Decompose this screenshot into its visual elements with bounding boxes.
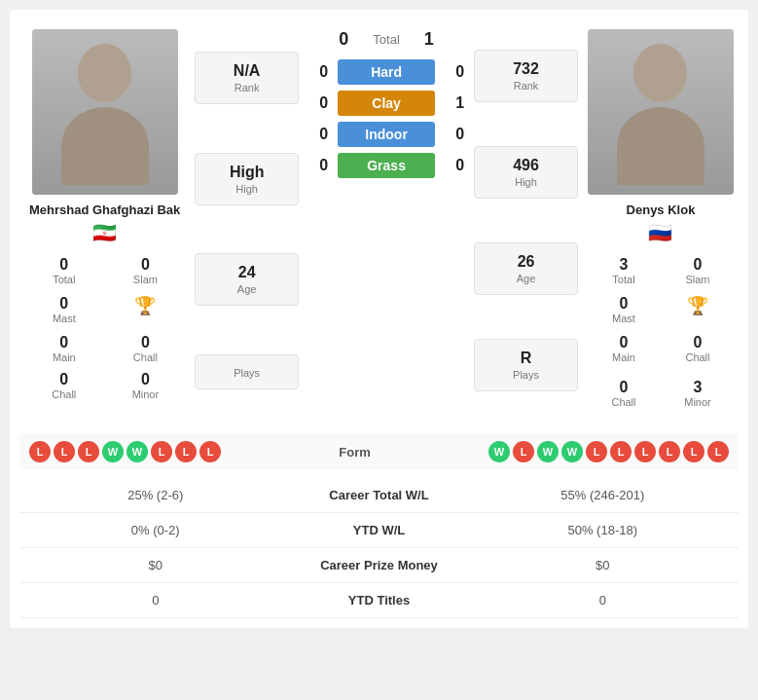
grass-left-num: 0 (308, 157, 328, 174)
center-court-stats: 0 Total 1 0 Hard 0 0 Clay 1 0 Indoor 0 0 (304, 19, 469, 422)
clay-left-num: 0 (308, 94, 328, 112)
left-high-label: High (235, 183, 258, 195)
left-high-box: High High (195, 153, 299, 205)
indoor-left-num: 0 (308, 126, 328, 143)
grass-button[interactable]: Grass (338, 153, 435, 178)
left-player-stats-grid2: 0 Chall 0 Minor (24, 367, 185, 404)
left-main-value: 0 (59, 334, 68, 351)
stats-row-right: 55% (246-201) (467, 488, 740, 502)
stats-row-center: Career Total W/L (292, 488, 467, 502)
left-chall2-label: Chall (52, 388, 76, 400)
right-player-stats-grid: 3 Total 0 Slam 0 Mast 🏆 0 Main (588, 252, 734, 367)
right-trophy-icon: 🏆 (687, 295, 708, 316)
top-section: Mehrshad Ghafghazi Bak 🇮🇷 0 Total 0 Slam… (19, 19, 739, 422)
form-badge: W (488, 441, 510, 462)
form-badge: W (537, 441, 559, 462)
right-avatar-head (633, 44, 687, 102)
form-badge: L (513, 441, 534, 462)
hard-row: 0 Hard 0 (308, 59, 464, 85)
form-badge: W (102, 441, 124, 462)
form-badge: L (586, 441, 607, 462)
right-trophy-icon-cell: 🏆 (662, 291, 734, 328)
right-main-value: 0 (620, 334, 629, 351)
left-player-stats-grid: 0 Total 0 Slam 0 Mast 🏆 0 Main (24, 252, 185, 367)
indoor-button[interactable]: Indoor (338, 122, 435, 147)
right-chall2-label: Chall (611, 396, 635, 408)
stats-row: 0 YTD Titles 0 (19, 583, 739, 618)
right-form-badges: WLWWLLLLLL (488, 441, 729, 462)
stats-bottom: 25% (2-6) Career Total W/L 55% (246-201)… (19, 478, 739, 618)
hard-right-num: 0 (445, 63, 464, 81)
form-badge: L (199, 441, 221, 462)
left-chall2-value: 0 (59, 371, 68, 388)
right-total-label: Total (612, 274, 634, 285)
right-chall-value: 0 (694, 334, 703, 351)
form-badge: L (634, 441, 656, 462)
stats-row-right: $0 (467, 558, 740, 572)
form-badge: L (610, 441, 632, 462)
right-rank-label: Rank (514, 80, 539, 92)
form-badge: L (78, 441, 99, 462)
left-stat-chall2: 0 Chall (24, 367, 104, 404)
right-high-label: High (515, 176, 537, 188)
left-minor2-value: 0 (141, 371, 150, 388)
right-avatar-body (617, 107, 704, 185)
right-slam-value: 0 (694, 256, 703, 274)
left-trophy-icon: 🏆 (134, 295, 156, 316)
right-main-label: Main (612, 351, 635, 363)
grass-right-num: 0 (445, 157, 464, 174)
stats-row: $0 Career Prize Money $0 (19, 548, 739, 583)
stats-row-left: 25% (2-6) (19, 488, 292, 502)
left-total-value: 0 (59, 256, 68, 274)
right-slam-label: Slam (685, 274, 709, 285)
right-player-stats-grid2: 0 Chall 3 Minor (588, 375, 734, 412)
stats-row-center: YTD W/L (292, 523, 467, 537)
form-badge: W (561, 441, 583, 462)
right-rank-box: 732 Rank (474, 50, 578, 102)
right-stat-chall2: 0 Chall (588, 375, 660, 412)
form-badge: L (54, 441, 75, 462)
right-age-box: 26 Age (474, 242, 578, 295)
right-stat-total: 3 Total (588, 252, 660, 289)
left-avatar-head (78, 44, 131, 102)
left-rank-label: Rank (235, 82, 260, 93)
clay-button[interactable]: Clay (338, 91, 435, 116)
hard-button[interactable]: Hard (338, 59, 435, 85)
left-mast-value: 0 (59, 295, 68, 313)
stats-row: 0% (0-2) YTD W/L 50% (18-18) (19, 513, 739, 548)
right-stat-main: 0 Main (588, 330, 660, 367)
form-badge: L (151, 441, 172, 462)
left-stat-main: 0 Main (24, 330, 104, 367)
left-stat-chall: 0 Chall (106, 330, 186, 367)
form-badge: L (175, 441, 197, 462)
right-mast-label: Mast (612, 313, 635, 324)
hard-left-num: 0 (308, 63, 328, 81)
right-plays-box: R Plays (474, 339, 578, 391)
left-stat-slam: 0 Slam (106, 252, 186, 289)
total-right-num: 1 (419, 29, 439, 50)
form-section: LLLWWLLL Form WLWWLLLLLL (19, 433, 739, 470)
left-form-badges: LLLWWLLL (29, 441, 221, 462)
left-minor2-label: Minor (132, 388, 160, 400)
form-badge: W (126, 441, 148, 462)
right-age-label: Age (517, 273, 536, 284)
right-player-name: Denys Klok (627, 203, 696, 217)
middle-left-stats: N/A Rank High High 24 Age Plays (190, 19, 304, 422)
main-card: Mehrshad Ghafghazi Bak 🇮🇷 0 Total 0 Slam… (10, 10, 748, 628)
total-left-num: 0 (334, 29, 353, 50)
left-age-value: 24 (238, 264, 256, 281)
left-player-card: Mehrshad Ghafghazi Bak 🇮🇷 0 Total 0 Slam… (19, 19, 190, 422)
right-stat-slam: 0 Slam (662, 252, 734, 289)
form-badge: L (707, 441, 729, 462)
left-avatar-figure (32, 29, 178, 195)
stats-row-right: 0 (467, 593, 740, 608)
indoor-right-num: 0 (445, 126, 464, 143)
right-avatar-figure (588, 29, 734, 195)
form-label: Form (339, 445, 371, 460)
right-minor-value: 3 (694, 379, 703, 396)
stats-row-center: YTD Titles (292, 593, 467, 608)
left-high-value: High (230, 164, 265, 181)
right-plays-label: Plays (513, 369, 539, 381)
left-stat-mast: 0 Mast (24, 291, 104, 328)
left-chall-value: 0 (141, 334, 150, 351)
